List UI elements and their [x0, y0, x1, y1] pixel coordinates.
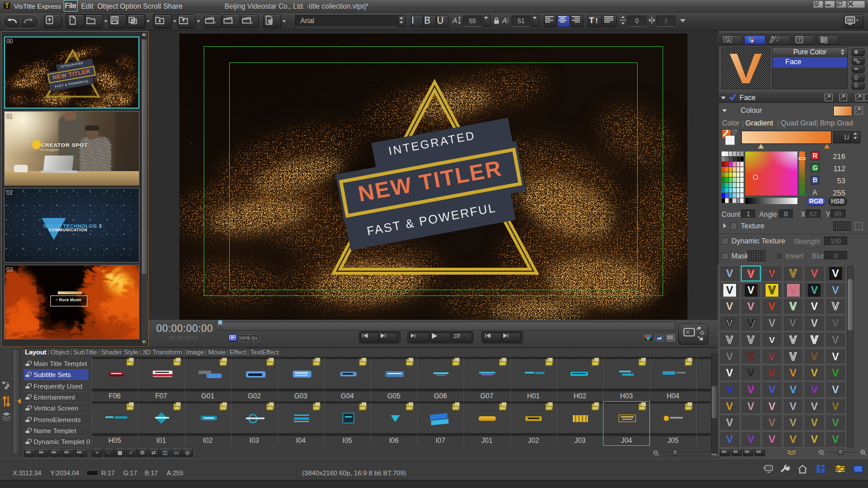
- svg-text:+: +: [214, 21, 216, 25]
- svg-text:A: A: [502, 17, 507, 25]
- svg-text:A: A: [452, 17, 457, 25]
- svg-text:!: !: [595, 17, 598, 24]
- svg-text:-: -: [232, 21, 234, 25]
- svg-text:T: T: [589, 16, 594, 24]
- svg-text:=: =: [251, 21, 253, 25]
- svg-text:T: T: [798, 37, 801, 43]
